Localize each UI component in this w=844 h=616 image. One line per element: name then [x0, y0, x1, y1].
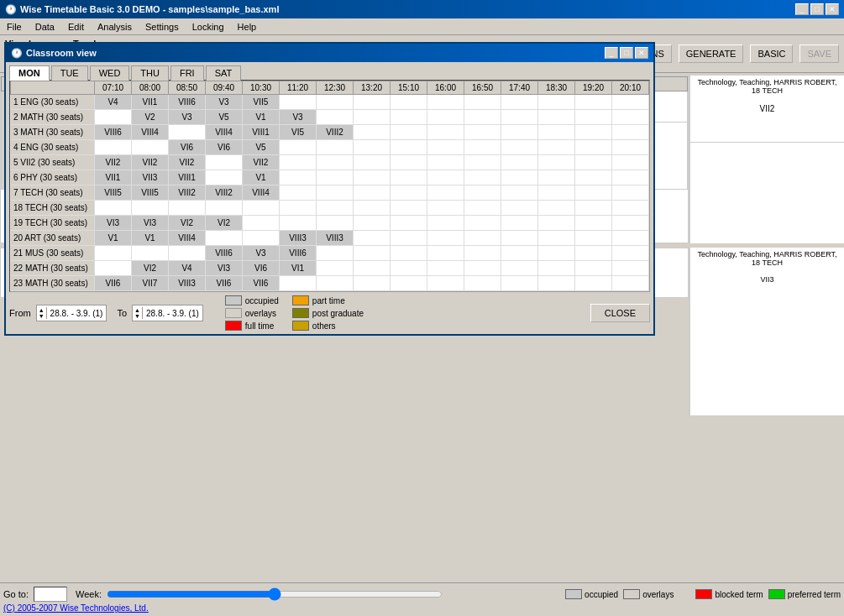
- menu-help[interactable]: Help: [234, 21, 260, 33]
- row-header-7: 18 TECH (30 seats): [11, 201, 95, 216]
- tab-sat[interactable]: SAT: [206, 65, 242, 81]
- bottom-blocked-label: blocked term: [715, 590, 763, 599]
- grid-cell: VIII3: [280, 231, 317, 246]
- grid-cell: VIII6: [206, 246, 243, 261]
- to-down-arrow[interactable]: ▼: [134, 313, 140, 319]
- menu-data[interactable]: Data: [32, 21, 58, 33]
- grid-cell: VII6: [206, 276, 243, 291]
- grid-cell: [612, 110, 649, 125]
- menu-locking[interactable]: Locking: [189, 21, 228, 33]
- grid-cell: [501, 170, 538, 185]
- row-header-5: 6 PHY (30 seats): [11, 170, 95, 185]
- tab-fri[interactable]: FRI: [170, 65, 204, 81]
- close-button[interactable]: CLOSE: [590, 304, 650, 322]
- goto-input[interactable]: [34, 587, 67, 602]
- legend: occupied overlays full time part time: [225, 295, 364, 331]
- grid-cell: [575, 155, 612, 170]
- to-up-arrow[interactable]: ▲: [134, 307, 140, 313]
- app-container: 🕐 Wise Timetable Basic 3.0 DEMO - sample…: [0, 0, 844, 616]
- grid-cell: [575, 95, 612, 110]
- dialog-controls: _ □ ✕: [605, 47, 648, 59]
- tab-wed[interactable]: WED: [90, 65, 130, 81]
- grid-cell: VIII3: [169, 276, 206, 291]
- legend-occupied: occupied: [225, 295, 279, 305]
- menu-file[interactable]: File: [3, 21, 25, 33]
- overlays-label: overlays: [245, 309, 276, 318]
- grid-cell: V3: [206, 95, 243, 110]
- grid-cell: [427, 170, 464, 185]
- grid-cell: [354, 246, 391, 261]
- grid-cell: [206, 170, 243, 185]
- table-row: 5 VII2 (30 seats)VII2VII2VII2VII2: [11, 155, 649, 170]
- grid-cell: VI3: [95, 216, 132, 231]
- dialog-close[interactable]: ✕: [635, 47, 648, 59]
- grid-cell: VII1: [95, 170, 132, 185]
- bottom-legend-occupied: occupied: [565, 589, 618, 599]
- grid-cell: VII1: [132, 95, 169, 110]
- grid-cell: [538, 185, 575, 201]
- grid-cell: [354, 155, 391, 170]
- tab-mon[interactable]: MON: [9, 65, 50, 81]
- grid-cell: [538, 201, 575, 216]
- grid-cell: [317, 201, 354, 216]
- grid-cell: [612, 125, 649, 140]
- grid-cell: VIII4: [132, 125, 169, 140]
- table-row: 7 TECH (30 seats)VIII5VIII5VIII2VIII2VII…: [11, 185, 649, 201]
- to-input-wrapper: ▲ ▼ 28.8. - 3.9. (1): [132, 305, 203, 321]
- from-spin[interactable]: ▲ ▼: [37, 307, 47, 319]
- grid-cell: [354, 95, 391, 110]
- grid-cell: VI2: [169, 216, 206, 231]
- to-spin[interactable]: ▲ ▼: [133, 307, 143, 319]
- menu-analysis[interactable]: Analysis: [94, 21, 135, 33]
- grid-cell: VIII4: [206, 125, 243, 140]
- grid-cell: [501, 140, 538, 155]
- grid-cell: [538, 246, 575, 261]
- grid-cell: [169, 246, 206, 261]
- grid-cell: [317, 216, 354, 231]
- grid-cell: [317, 140, 354, 155]
- grid-cell: [427, 95, 464, 110]
- dialog-restore[interactable]: □: [620, 47, 633, 59]
- postgrad-label: post graduate: [312, 309, 364, 318]
- grid-cell: [317, 276, 354, 291]
- grid-cell: [538, 110, 575, 125]
- grid-cell: [538, 261, 575, 276]
- copyright[interactable]: (C) 2005-2007 Wise Technologies, Ltd.: [3, 603, 841, 613]
- grid-cell: [280, 216, 317, 231]
- dialog-minimize[interactable]: _: [605, 47, 618, 59]
- grid-cell: [612, 216, 649, 231]
- generate-button[interactable]: GENERATE: [679, 44, 744, 63]
- grid-cell: [391, 216, 427, 231]
- from-up-arrow[interactable]: ▲: [39, 307, 45, 313]
- grid-cell: VI6: [206, 140, 243, 155]
- close-window-button[interactable]: ✕: [826, 3, 839, 15]
- save-button[interactable]: SAVE: [799, 44, 839, 63]
- maximize-button[interactable]: □: [810, 3, 824, 15]
- grid-cell: [391, 110, 427, 125]
- header-1030: 10:30: [243, 81, 280, 95]
- minimize-button[interactable]: _: [795, 3, 809, 15]
- grid-cell: [575, 110, 612, 125]
- row-header-0: 1 ENG (30 seats): [11, 95, 95, 110]
- menu-edit[interactable]: Edit: [65, 21, 87, 33]
- basic-button[interactable]: BASIC: [750, 44, 793, 63]
- grid-cell: [354, 231, 391, 246]
- goto-bar: Go to: Week: occupied overlays blocked t…: [3, 587, 841, 602]
- grid-cell: VII6: [95, 276, 132, 291]
- overlays-color: [225, 308, 242, 318]
- right-lesson-1: VII2: [693, 104, 841, 113]
- menu-settings[interactable]: Settings: [142, 21, 182, 33]
- parttime-color: [292, 295, 309, 305]
- grid-cell: VII2: [169, 155, 206, 170]
- grid-cell: [391, 95, 427, 110]
- tab-thu[interactable]: THU: [131, 65, 169, 81]
- bottom-legend: occupied overlays blocked term preferred…: [565, 589, 841, 599]
- grid-cell: [538, 155, 575, 170]
- grid-cell: [132, 140, 169, 155]
- tab-tue[interactable]: TUE: [51, 65, 88, 81]
- table-row: 1 ENG (30 seats)V4VII1VIII6V3VII5: [11, 95, 649, 110]
- week-slider[interactable]: [107, 587, 443, 601]
- grid-cell: VI6: [243, 261, 280, 276]
- from-down-arrow[interactable]: ▼: [39, 313, 45, 319]
- classroom-grid-container[interactable]: 07:10 08:00 08:50 09:40 10:30 11:20 12:3…: [9, 80, 650, 292]
